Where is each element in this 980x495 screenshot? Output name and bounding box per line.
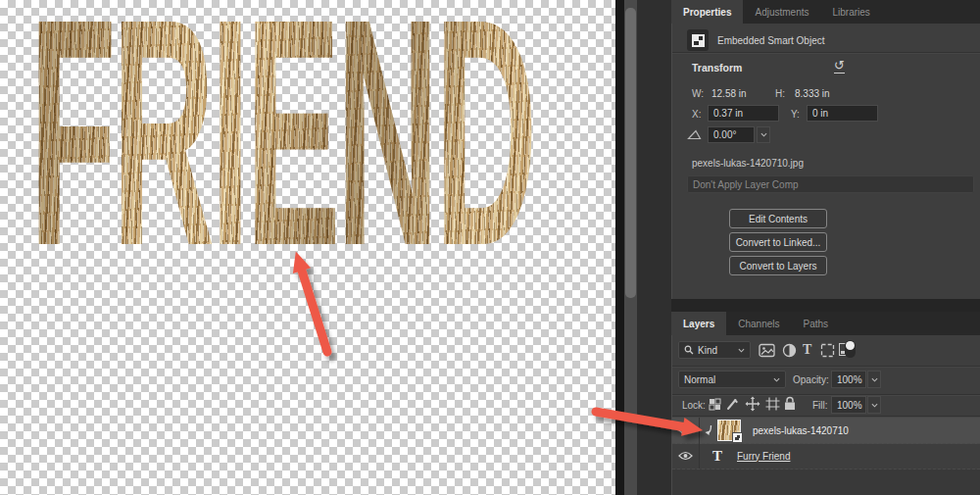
layer-name[interactable]: pexels-lukas-1420710: [753, 425, 849, 436]
layer-filtering-toggle[interactable]: [845, 340, 856, 358]
convert-to-linked-button[interactable]: Convert to Linked...: [729, 232, 827, 252]
filter-adjustment-layers-icon[interactable]: [782, 343, 797, 358]
smart-object-badge-icon: [732, 432, 743, 443]
width-value: 12.58 in: [711, 88, 747, 99]
edit-contents-button[interactable]: Edit Contents: [729, 209, 827, 228]
chevron-down-icon: [871, 377, 878, 382]
properties-tabbar: Properties Adjustments Libraries: [671, 0, 980, 24]
filter-type-layers-icon[interactable]: T: [803, 342, 811, 358]
lock-all-icon[interactable]: [784, 396, 796, 411]
scrollbar-thumb[interactable]: [625, 8, 636, 298]
text-layer-thumbnail[interactable]: T: [712, 448, 722, 465]
visibility-toggle[interactable]: [672, 418, 700, 443]
tab-channels[interactable]: Channels: [726, 312, 791, 335]
convert-to-layers-button[interactable]: Convert to Layers: [729, 256, 827, 275]
blend-mode-value: Normal: [684, 374, 715, 385]
chevron-down-icon: [871, 403, 878, 408]
filter-kind-dropdown[interactable]: Kind: [678, 341, 751, 359]
eye-icon: [678, 425, 693, 435]
blend-mode-dropdown[interactable]: Normal: [678, 371, 786, 388]
y-position-field[interactable]: [807, 105, 878, 122]
panel-separator: [671, 299, 980, 312]
fill-label: Fill:: [812, 400, 828, 411]
x-position-field[interactable]: [708, 105, 779, 122]
layer-thumbnail[interactable]: [717, 420, 741, 441]
panel-dock-gutter: [637, 0, 671, 495]
lock-transparent-pixels-icon[interactable]: [709, 398, 721, 411]
layers-panel: Kind T Normal Opacity: 100% Lock:: [671, 335, 980, 495]
chevron-down-icon: [738, 348, 745, 353]
angle-icon: [687, 129, 702, 140]
reset-transform-icon[interactable]: ↺: [834, 59, 845, 74]
window-edge: [615, 0, 624, 495]
document-canvas[interactable]: FRIEND: [0, 0, 615, 495]
search-icon: [684, 345, 694, 355]
visibility-toggle[interactable]: [672, 443, 700, 469]
transform-section-title: Transform: [692, 62, 742, 74]
smart-object-icon: [687, 29, 709, 51]
eye-icon: [678, 451, 693, 461]
layers-empty-area: [672, 470, 980, 495]
angle-dropdown-button[interactable]: [757, 126, 770, 143]
tab-layers[interactable]: Layers: [671, 312, 726, 335]
fur-text-friend: FRIEND: [29, 0, 533, 294]
smart-object-type-label: Embedded Smart Object: [717, 35, 825, 46]
opacity-field[interactable]: 100%: [831, 371, 866, 388]
x-label: X:: [692, 109, 701, 120]
layer-comp-dropdown[interactable]: Don't Apply Layer Comp: [687, 175, 974, 193]
height-value: 8.333 in: [795, 88, 830, 99]
layer-row-smart-object[interactable]: pexels-lukas-1420710: [672, 418, 980, 444]
chevron-down-icon: [773, 377, 780, 382]
lock-image-pixels-icon[interactable]: [726, 397, 740, 411]
filter-pixel-layers-icon[interactable]: [759, 343, 775, 358]
layer-row-text[interactable]: T Furry Friend: [672, 443, 980, 470]
lock-position-icon[interactable]: [745, 396, 760, 412]
width-label: W:: [692, 88, 704, 99]
filter-shape-layers-icon[interactable]: [820, 343, 835, 358]
tab-adjustments[interactable]: Adjustments: [743, 0, 820, 24]
y-label: Y:: [791, 109, 800, 120]
properties-panel: Embedded Smart Object Transform ↺ W: 12.…: [671, 24, 980, 299]
layers-tabbar: Layers Channels Paths: [671, 312, 980, 335]
fill-field[interactable]: 100%: [831, 396, 866, 414]
clipping-mask-arrow-icon: [704, 424, 713, 436]
tab-libraries[interactable]: Libraries: [821, 0, 882, 24]
tab-paths[interactable]: Paths: [792, 312, 841, 335]
opacity-dropdown-button[interactable]: [867, 371, 881, 388]
rotation-angle-field[interactable]: [708, 126, 755, 143]
tab-properties[interactable]: Properties: [671, 0, 743, 24]
fill-dropdown-button[interactable]: [867, 396, 881, 414]
smart-object-filename: pexels-lukas-1420710.jpg: [692, 158, 804, 169]
height-label: H:: [775, 88, 785, 99]
lock-label: Lock:: [682, 400, 706, 411]
opacity-label: Opacity:: [793, 374, 829, 385]
lock-artboard-icon[interactable]: [765, 397, 780, 411]
layer-name[interactable]: Furry Friend: [737, 451, 790, 462]
filter-kind-label: Kind: [698, 345, 717, 356]
chevron-down-icon: [760, 132, 767, 137]
